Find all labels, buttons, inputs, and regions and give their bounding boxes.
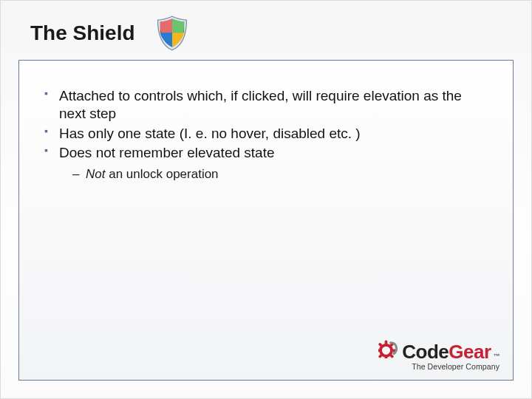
logo-tagline: The Developer Company: [378, 362, 499, 371]
sub-bullet-emph: Not: [86, 167, 105, 181]
logo-tm: ™: [494, 352, 500, 360]
bullet-list: Attached to controls which, if clicked, …: [41, 87, 491, 183]
sub-bullet-list: Not an unlock operation: [72, 166, 491, 183]
bullet-text: Does not remember elevated state: [59, 145, 275, 160]
bullet-item: Has only one state (I. e. no hover, disa…: [41, 125, 491, 143]
title-bar: The Shield: [30, 11, 502, 55]
bullet-item: Attached to controls which, if clicked, …: [41, 87, 491, 123]
slide: The Shield Attached: [0, 0, 532, 399]
content-frame: Attached to controls which, if clicked, …: [18, 60, 514, 381]
uac-shield-icon: [153, 14, 191, 52]
gear-icon: [378, 339, 400, 358]
sub-bullet-rest: an unlock operation: [105, 167, 218, 181]
bullet-item: Does not remember elevated state Not an …: [41, 144, 491, 183]
slide-title: The Shield: [30, 21, 135, 45]
sub-bullet-item: Not an unlock operation: [72, 166, 491, 183]
logo-wordmark: CodeGear™: [378, 339, 499, 364]
logo-text-gear: Gear: [449, 341, 491, 364]
logo-text-code: Code: [402, 341, 449, 364]
company-logo: CodeGear™ The Developer Company: [378, 339, 499, 371]
